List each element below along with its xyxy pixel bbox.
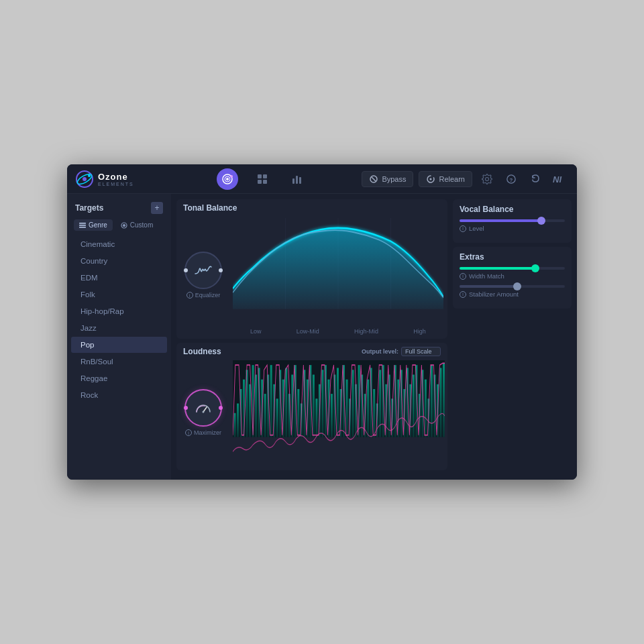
svg-rect-44	[270, 366, 272, 437]
width-match-track[interactable]	[460, 267, 565, 270]
relearn-button[interactable]: Relearn	[419, 171, 472, 187]
undo-icon	[530, 174, 541, 184]
genre-item-jazz[interactable]: Jazz	[71, 320, 167, 336]
svg-point-7	[230, 175, 233, 178]
help-button[interactable]: ?	[502, 170, 521, 189]
equalizer-knob[interactable]	[184, 252, 222, 289]
svg-rect-78	[373, 389, 375, 437]
svg-rect-42	[264, 394, 266, 437]
bypass-button[interactable]: Bypass	[362, 171, 413, 187]
genre-item-edm[interactable]: EDM	[71, 270, 167, 286]
vocal-level-thumb[interactable]	[537, 217, 545, 225]
genre-item-folk[interactable]: Folk	[71, 286, 167, 303]
svg-rect-12	[292, 178, 294, 184]
info-icon[interactable]: i	[186, 292, 193, 299]
svg-rect-14	[299, 177, 301, 184]
knob-ring	[184, 252, 222, 289]
undo-button[interactable]	[526, 170, 545, 189]
gear-icon	[482, 174, 492, 184]
help-icon: ?	[506, 174, 516, 184]
svg-rect-71	[352, 370, 354, 437]
svg-rect-64	[331, 394, 333, 437]
info-icon[interactable]: i	[460, 273, 466, 280]
custom-tab[interactable]: Custom	[115, 219, 158, 231]
ni-logo: NI	[550, 170, 569, 189]
knob-dot-left	[184, 268, 188, 272]
vocal-balance-panel: Vocal Balance i Level	[453, 199, 572, 243]
info-icon[interactable]: i	[460, 225, 466, 232]
label-high-mid: High-Mid	[354, 328, 378, 335]
vocal-level-track[interactable]	[460, 219, 565, 222]
genre-item-reggae[interactable]: Reggae	[71, 370, 167, 386]
vocal-level-label-row: i Level	[460, 225, 565, 232]
knob-dot-right	[219, 406, 223, 410]
modules-btn[interactable]	[252, 168, 273, 190]
main-content: Targets + Genre Custom	[67, 194, 577, 480]
eq-symbol	[194, 263, 213, 278]
tonal-balance-svg	[233, 218, 443, 325]
width-match-thumb[interactable]	[531, 264, 539, 272]
svg-rect-39	[255, 375, 257, 437]
header: Ozone ELEMENTS	[67, 164, 577, 194]
knob-dot-left	[184, 406, 188, 410]
custom-tab-label: Custom	[130, 221, 153, 229]
svg-rect-58	[313, 375, 315, 437]
ozone-logo-icon	[75, 170, 94, 189]
info-icon[interactable]: i	[185, 429, 192, 436]
tonal-balance-panel: Tonal Balance	[176, 199, 447, 339]
svg-rect-80	[379, 370, 381, 437]
vocal-balance-title: Vocal Balance	[460, 205, 565, 214]
right-panels: Vocal Balance i Level Extras	[453, 194, 577, 480]
svg-text:NI: NI	[553, 174, 561, 184]
tonal-balance-title: Tonal Balance	[176, 199, 447, 215]
svg-point-30	[203, 411, 205, 413]
svg-rect-21	[79, 223, 86, 224]
svg-rect-66	[337, 368, 339, 437]
app-name: Ozone	[98, 172, 134, 182]
extras-title: Extras	[460, 252, 565, 262]
knob-dot-right	[219, 268, 223, 272]
stabilizer-thumb[interactable]	[513, 282, 521, 290]
genre-item-country[interactable]: Country	[71, 253, 167, 269]
plugin-window: Ozone ELEMENTS	[67, 164, 577, 480]
svg-point-6	[226, 178, 229, 180]
genre-item-cinematic[interactable]: Cinematic	[71, 236, 167, 252]
settings-button[interactable]	[478, 170, 496, 189]
svg-rect-8	[258, 174, 262, 178]
genre-item-hiphop[interactable]: Hip-hop/Rap	[71, 303, 167, 319]
stabilizer-label-row: i Stabilizer Amount	[460, 290, 565, 298]
svg-rect-9	[263, 174, 267, 178]
label-low: Low	[250, 328, 262, 335]
tonal-balance-chart: Low Low-Mid High-Mid High	[230, 215, 447, 337]
loudness-svg	[233, 360, 445, 466]
output-label: Output level:	[362, 348, 398, 355]
svg-rect-49	[285, 368, 287, 437]
sidebar: Targets + Genre Custom	[67, 194, 171, 480]
svg-point-2	[83, 177, 87, 181]
smart-eq-btn[interactable]	[217, 168, 238, 190]
genre-item-rnbsoul[interactable]: RnB/Soul	[71, 354, 167, 370]
svg-rect-61	[321, 370, 323, 437]
genre-tab[interactable]: Genre	[74, 219, 113, 231]
stabilizer-track[interactable]	[460, 285, 565, 288]
svg-rect-23	[79, 227, 86, 228]
svg-rect-100	[439, 368, 441, 437]
width-match-fill	[460, 267, 535, 270]
analyzer-btn[interactable]	[286, 168, 308, 190]
maximizer-knob[interactable]	[184, 389, 222, 427]
svg-rect-22	[79, 225, 86, 226]
genre-item-pop[interactable]: Pop	[71, 337, 167, 353]
label-low-mid: Low-Mid	[297, 328, 319, 335]
vocal-level-label: Level	[469, 225, 484, 232]
info-icon[interactable]: i	[460, 291, 466, 298]
bars-icon	[291, 173, 303, 185]
output-level-dropdown[interactable]: Full Scale -1 dB -3 dB	[401, 347, 441, 356]
relearn-label: Relearn	[439, 175, 465, 183]
add-target-button[interactable]: +	[151, 202, 163, 214]
svg-point-3	[88, 174, 91, 177]
genre-item-rock[interactable]: Rock	[71, 387, 167, 403]
center-panels: Tonal Balance	[171, 194, 453, 480]
header-center	[162, 168, 362, 190]
header-right: Bypass Relearn ?	[362, 170, 569, 189]
genre-list: Cinematic Country EDM Folk Hip-hop/Rap J…	[67, 236, 171, 404]
